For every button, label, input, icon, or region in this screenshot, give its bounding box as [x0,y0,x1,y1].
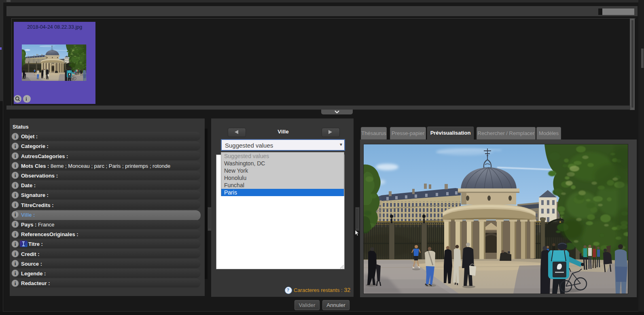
svg-text:i: i [15,182,16,188]
svg-text:i: i [15,211,16,218]
svg-text:i: i [15,163,16,169]
svg-text:i: i [15,280,16,286]
svg-text:i: i [15,202,16,208]
svg-text:i: i [15,241,16,247]
svg-text:i: i [15,143,16,149]
svg-text:i: i [15,172,16,178]
svg-text:i: i [15,192,16,198]
svg-text:i: i [15,221,16,227]
svg-text:i: i [15,270,16,276]
svg-text:i: i [25,96,27,102]
svg-text:i: i [15,251,16,257]
svg-text:i: i [15,231,16,237]
svg-text:i: i [15,133,16,140]
svg-text:i: i [15,153,16,159]
svg-text:i: i [15,260,16,266]
